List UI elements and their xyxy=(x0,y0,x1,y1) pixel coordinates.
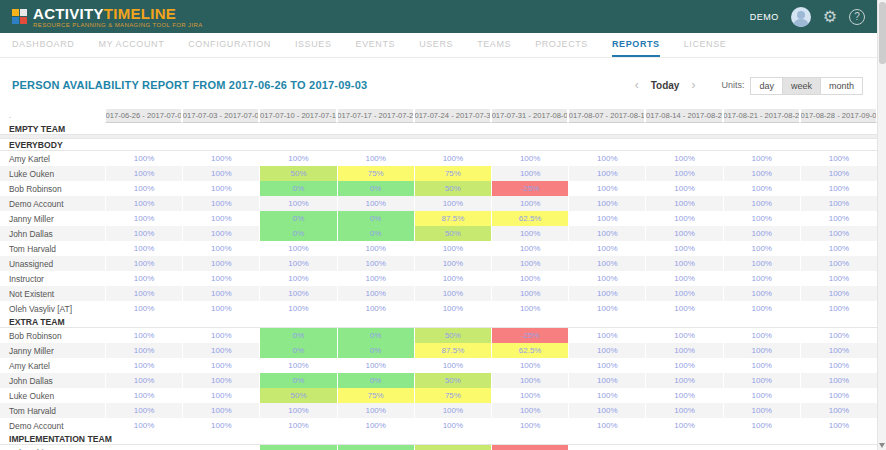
tab-my-account[interactable]: MY ACCOUNT xyxy=(98,33,164,57)
availability-cell: 87.5% xyxy=(414,343,491,358)
next-period-icon[interactable]: › xyxy=(691,79,695,91)
help-icon[interactable]: ? xyxy=(849,9,865,25)
tab-projects[interactable]: PROJECTS xyxy=(535,33,588,57)
availability-cell: 100% xyxy=(723,373,800,388)
availability-cell: 0% xyxy=(337,373,414,388)
availability-cell: 100% xyxy=(723,181,800,196)
page-title: PERSON AVAILABILITY REPORT FROM 2017-06-… xyxy=(12,79,367,91)
unit-button-month[interactable]: month xyxy=(820,77,863,95)
availability-cell: 100% xyxy=(800,418,877,433)
availability-cell: 100% xyxy=(491,226,568,241)
tab-users[interactable]: USERS xyxy=(419,33,453,57)
availability-cell: 100% xyxy=(105,301,182,316)
availability-cell: 100% xyxy=(491,286,568,301)
user-avatar[interactable] xyxy=(791,7,811,27)
availability-cell: 0% xyxy=(259,226,336,241)
availability-cell: 100% xyxy=(337,241,414,256)
availability-cell: 100% xyxy=(182,226,259,241)
availability-cell: 100% xyxy=(182,373,259,388)
availability-cell: 100% xyxy=(105,373,182,388)
settings-gear-icon[interactable]: ⚙ xyxy=(823,9,837,25)
availability-cell: 100% xyxy=(723,328,800,343)
availability-cell: 100% xyxy=(723,211,800,226)
column-header: 2017-08-28 - 2017-09-03 xyxy=(800,109,877,123)
scrollbar-thumb[interactable] xyxy=(879,2,886,64)
availability-cell: 100% xyxy=(568,196,645,211)
member-row: Luke Ouken100%100%50%75%75%100%100%100%1… xyxy=(0,388,877,403)
availability-cell: 100% xyxy=(182,328,259,343)
tab-dashboard[interactable]: DASHBOARD xyxy=(12,33,74,57)
availability-cell: 75% xyxy=(337,166,414,181)
app-title: ACTIVITYTIMELINE xyxy=(33,6,203,21)
availability-cell: 100% xyxy=(105,256,182,271)
date-navigation: ‹ Today › xyxy=(635,79,696,91)
member-row: John Dallas100%100%0%0%50%100%100%100%10… xyxy=(0,373,877,388)
availability-cell: 100% xyxy=(568,166,645,181)
table-corner: . xyxy=(0,109,105,123)
availability-cell: 100% xyxy=(259,403,336,418)
tab-configuration[interactable]: CONFIGURATION xyxy=(188,33,271,57)
top-bar: ACTIVITYTIMELINE RESOURCE PLANNING & MAN… xyxy=(0,0,877,33)
availability-cell: 100% xyxy=(337,271,414,286)
today-button[interactable]: Today xyxy=(651,80,680,91)
availability-cell: 50% xyxy=(414,226,491,241)
availability-cell: 100% xyxy=(568,403,645,418)
availability-cell: 100% xyxy=(337,418,414,433)
availability-cell: 75% xyxy=(414,166,491,181)
unit-button-week[interactable]: week xyxy=(782,77,821,95)
member-row: Tom Harvald100%100%100%100%100%100%100%1… xyxy=(0,241,877,256)
availability-cell: 100% xyxy=(645,271,722,286)
unit-button-day[interactable]: day xyxy=(750,77,783,95)
member-name: Luke Ouken xyxy=(0,166,105,181)
availability-cell: 100% xyxy=(414,286,491,301)
availability-cell: 50% xyxy=(414,373,491,388)
availability-cell: 50% xyxy=(414,445,491,450)
availability-cell: 100% xyxy=(414,301,491,316)
team-header: IMPLEMENTATION TEAM xyxy=(0,433,877,445)
vertical-scrollbar[interactable] xyxy=(877,0,886,450)
availability-cell: 100% xyxy=(645,211,722,226)
availability-cell: 100% xyxy=(568,151,645,166)
tab-events[interactable]: EVENTS xyxy=(356,33,396,57)
availability-cell: 100% xyxy=(105,328,182,343)
member-name: Luke Ouken xyxy=(0,388,105,403)
availability-cell: 0% xyxy=(259,181,336,196)
page: ACTIVITYTIMELINE RESOURCE PLANNING & MAN… xyxy=(0,0,877,450)
availability-cell: 100% xyxy=(645,403,722,418)
member-name: Janny Miller xyxy=(0,211,105,226)
prev-period-icon[interactable]: ‹ xyxy=(635,79,639,91)
availability-cell: 100% xyxy=(414,271,491,286)
availability-cell: 100% xyxy=(568,373,645,388)
tab-reports[interactable]: REPORTS xyxy=(612,33,660,57)
availability-cell: 100% xyxy=(259,271,336,286)
availability-cell: -25% xyxy=(491,445,568,450)
app-tagline: RESOURCE PLANNING & MANAGING TOOL FOR JI… xyxy=(33,22,203,28)
team-header: EMPTY TEAM xyxy=(0,123,877,135)
availability-cell: 100% xyxy=(491,256,568,271)
availability-cell: 100% xyxy=(568,358,645,373)
availability-cell: 100% xyxy=(491,388,568,403)
member-name: Unassigned xyxy=(0,256,105,271)
availability-cell: 100% xyxy=(723,286,800,301)
availability-cell: 100% xyxy=(182,343,259,358)
member-name: Instructor xyxy=(0,271,105,286)
tab-issues[interactable]: ISSUES xyxy=(295,33,332,57)
availability-cell: 100% xyxy=(645,445,722,450)
availability-cell: 100% xyxy=(645,166,722,181)
scrollbar-down-arrow-icon[interactable] xyxy=(879,443,885,448)
column-header: 2017-07-17 - 2017-07-23 xyxy=(337,109,414,123)
availability-cell: 100% xyxy=(491,418,568,433)
tab-license[interactable]: LICENSE xyxy=(684,33,727,57)
availability-cell: 100% xyxy=(491,151,568,166)
member-name: Demo Account xyxy=(0,196,105,211)
availability-cell: 100% xyxy=(491,373,568,388)
availability-cell: -25% xyxy=(491,181,568,196)
member-row: Unassigned100%100%100%100%100%100%100%10… xyxy=(0,256,877,271)
availability-cell: 100% xyxy=(800,286,877,301)
main-nav: DASHBOARDMY ACCOUNTCONFIGURATIONISSUESEV… xyxy=(0,33,877,58)
tab-teams[interactable]: TEAMS xyxy=(477,33,511,57)
availability-cell: 100% xyxy=(105,226,182,241)
availability-cell: 100% xyxy=(723,388,800,403)
availability-cell: 100% xyxy=(105,211,182,226)
availability-cell: 100% xyxy=(105,196,182,211)
